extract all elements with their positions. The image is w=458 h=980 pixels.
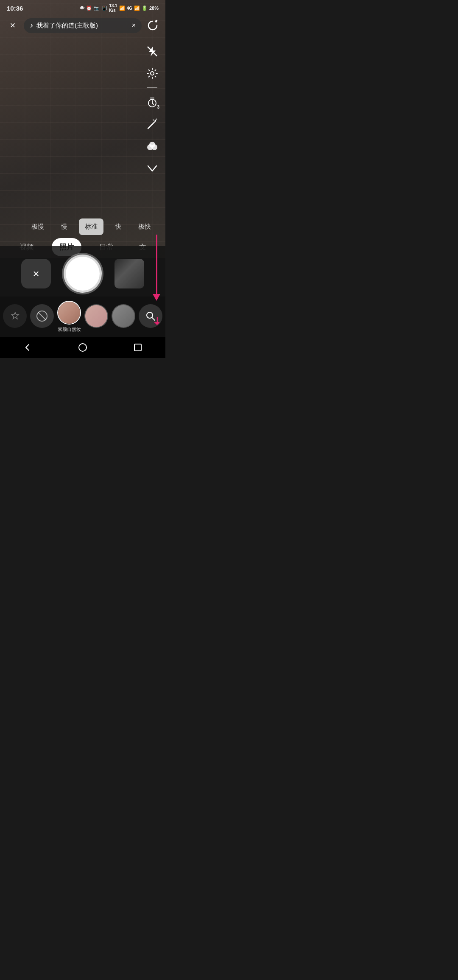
top-bar: × ♪ 我着了你的道(主歌版) × <box>0 14 165 36</box>
speed-normal[interactable]: 标准 <box>79 218 103 235</box>
more-tools-button[interactable] <box>143 160 161 177</box>
magic-button[interactable]: ✦ ✦ ✦ <box>143 115 161 133</box>
network-speed: 13.1K/s <box>109 3 117 13</box>
filter-favorites[interactable]: ☆ <box>3 304 27 330</box>
cancel-button[interactable]: × <box>21 259 51 288</box>
nav-back-button[interactable] <box>17 339 38 356</box>
gallery-thumbnail[interactable] <box>114 259 144 288</box>
status-icons: 👁 ⏰ 📷 📳 13.1K/s 📶 4G 📶 🔋 28% <box>80 3 159 13</box>
filter-bar: ☆ 素颜自然妆 <box>0 297 165 337</box>
filter-face2-thumb <box>84 304 108 328</box>
filter-face2-img <box>85 305 107 327</box>
filter-search[interactable] <box>139 304 162 330</box>
filter-face1-img <box>58 302 80 324</box>
beauty-button[interactable] <box>143 137 161 155</box>
filter-face3-thumb <box>112 304 135 328</box>
bottom-controls: × <box>0 246 165 303</box>
gallery-preview <box>114 259 144 288</box>
timer-count: 3 <box>157 105 159 109</box>
svg-point-2 <box>151 72 154 75</box>
eye-icon: 👁 <box>80 6 84 11</box>
speed-selector: 极慢 慢 标准 快 极快 <box>25 218 157 235</box>
close-button[interactable]: × <box>5 18 20 33</box>
status-time: 10:36 <box>7 5 23 12</box>
svg-line-13 <box>38 312 46 320</box>
signal-icon: 📶 <box>134 6 140 11</box>
svg-text:✦: ✦ <box>152 119 154 121</box>
timer-button[interactable]: 3 <box>143 93 161 111</box>
speed-slow[interactable]: 慢 <box>52 218 76 235</box>
svg-marker-17 <box>154 322 161 325</box>
right-toolbar: 3 ✦ ✦ ✦ <box>143 42 161 177</box>
filter-search-thumb <box>139 304 162 328</box>
speed-fast[interactable]: 快 <box>106 218 130 235</box>
battery-icon: 🔋 <box>142 6 148 11</box>
battery-percent: 28% <box>149 6 159 11</box>
nav-bar <box>0 337 165 358</box>
alarm-icon: ⏰ <box>86 6 92 11</box>
svg-text:✦: ✦ <box>156 118 158 120</box>
refresh-button[interactable] <box>145 18 160 33</box>
speed-very-slow[interactable]: 极慢 <box>25 218 50 235</box>
svg-point-11 <box>149 142 155 148</box>
status-bar: 10:36 👁 ⏰ 📷 📳 13.1K/s 📶 4G 📶 🔋 28% <box>0 0 165 14</box>
pink-arrow <box>153 235 160 301</box>
shutter-button[interactable] <box>64 255 102 293</box>
filter-none[interactable] <box>30 304 54 330</box>
data-icon: 4G <box>127 6 132 11</box>
nav-home-button[interactable] <box>72 339 93 356</box>
filter-star-thumb: ☆ <box>3 304 27 328</box>
svg-point-18 <box>79 344 87 351</box>
filter-ban-thumb <box>30 304 54 328</box>
camera-icon: 📷 <box>94 6 100 11</box>
filter-selected-label: 素颜自然妆 <box>58 326 81 333</box>
music-close-button[interactable]: × <box>132 22 136 29</box>
filter-face1[interactable]: 素颜自然妆 <box>57 301 81 333</box>
filter-face3-img <box>112 305 134 327</box>
arrow-line <box>156 235 157 294</box>
toolbar-divider <box>147 87 157 88</box>
vibrate-icon: 📳 <box>101 6 107 11</box>
music-pill[interactable]: ♪ 我着了你的道(主歌版) × <box>24 18 142 33</box>
wifi-icon: 📶 <box>119 6 125 11</box>
filter-face2[interactable] <box>84 304 108 330</box>
flash-button[interactable] <box>143 42 161 60</box>
music-note-icon: ♪ <box>30 22 33 29</box>
svg-line-4 <box>148 123 154 129</box>
arrow-head <box>153 294 160 301</box>
settings-button[interactable] <box>143 64 161 82</box>
svg-rect-19 <box>134 344 141 351</box>
music-title: 我着了你的道(主歌版) <box>36 22 128 30</box>
filter-face1-thumb <box>57 301 81 325</box>
star-icon: ☆ <box>10 309 20 322</box>
speed-very-fast[interactable]: 极快 <box>133 218 157 235</box>
nav-recent-button[interactable] <box>127 339 148 356</box>
filter-face3[interactable] <box>112 304 135 330</box>
